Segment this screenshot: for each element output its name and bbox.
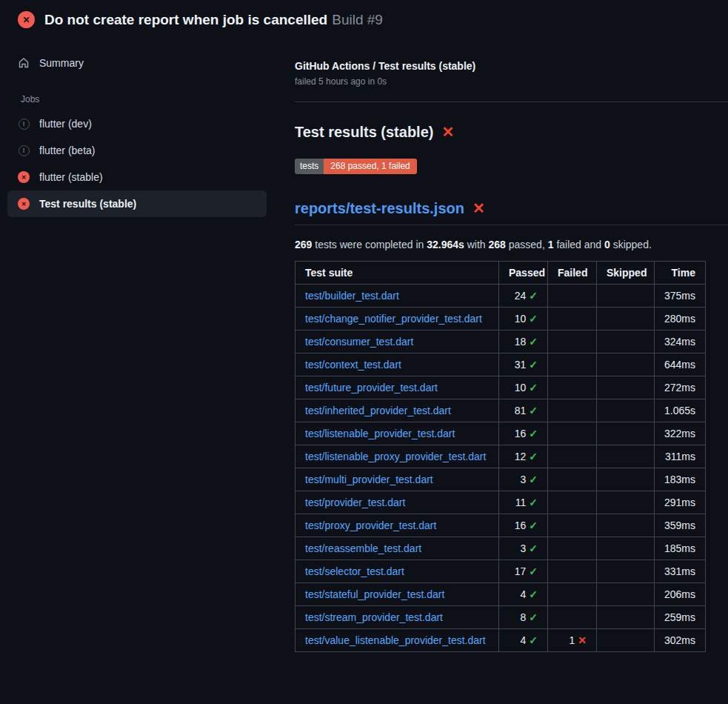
tests-summary-line: 269 tests were completed in 32.964s with…	[295, 239, 704, 250]
skipped-cell	[597, 468, 655, 491]
time-cell: 311ms	[655, 445, 706, 468]
table-row: test/change_notifier_provider_test.dart1…	[295, 308, 706, 331]
table-column-header: Time	[655, 262, 706, 285]
home-icon	[18, 57, 30, 69]
time-cell: 322ms	[655, 422, 706, 445]
time-cell: 1.065s	[655, 399, 706, 422]
time-cell: 272ms	[655, 376, 706, 399]
table-row: test/multi_provider_test.dart3✓183ms	[295, 468, 706, 491]
sidebar-item-label: Summary	[39, 57, 84, 69]
check-icon: ✓	[529, 588, 538, 600]
failed-cell	[548, 422, 597, 445]
passed-cell: 16✓	[499, 422, 548, 445]
check-icon: ✓	[529, 519, 538, 531]
sidebar-job-item[interactable]: ✕Test results (stable)	[7, 190, 267, 217]
check-icon: ✓	[529, 542, 538, 554]
test-suite-link[interactable]: test/change_notifier_provider_test.dart	[305, 313, 482, 325]
skipped-cell	[597, 514, 655, 537]
test-suite-link[interactable]: test/provider_test.dart	[305, 497, 405, 508]
time-cell: 206ms	[655, 583, 706, 606]
status-failed-icon: ✕	[18, 171, 30, 183]
table-row: test/inherited_provider_test.dart81✓1.06…	[295, 399, 706, 422]
skipped-cell	[597, 445, 655, 468]
failed-cell	[548, 353, 597, 376]
failed-x-icon: ✕	[441, 123, 454, 141]
failed-cell	[548, 560, 597, 583]
skipped-cell	[597, 376, 655, 399]
passed-cell: 4✓	[499, 629, 548, 652]
test-suite-link[interactable]: test/stream_provider_test.dart	[305, 611, 443, 623]
test-suite-link[interactable]: test/multi_provider_test.dart	[305, 474, 433, 485]
time-cell: 324ms	[655, 331, 706, 353]
build-title-text: Do not create report when job is cancell…	[44, 12, 327, 27]
time-cell: 375ms	[655, 285, 706, 308]
check-icon: ✓	[529, 313, 538, 325]
passed-cell: 12✓	[499, 445, 548, 468]
status-neutral-icon: !	[18, 118, 30, 130]
check-icon: ✓	[529, 290, 538, 302]
sidebar-job-item[interactable]: ✕flutter (stable)	[7, 164, 267, 190]
failed-x-icon: ✕	[472, 199, 485, 217]
test-suite-link[interactable]: test/listenable_provider_test.dart	[305, 428, 455, 439]
failed-cell	[548, 285, 597, 308]
table-row: test/consumer_test.dart18✓324ms	[295, 331, 706, 353]
table-row: test/listenable_provider_test.dart16✓322…	[295, 422, 706, 445]
check-icon: ✓	[529, 428, 538, 439]
passed-cell: 31✓	[499, 353, 548, 376]
page-title: Do not create report when job is cancell…	[44, 12, 383, 28]
x-icon: ✕	[578, 634, 587, 646]
failed-cell	[548, 399, 597, 422]
test-suite-link[interactable]: test/proxy_provider_test.dart	[305, 519, 436, 531]
test-suite-link[interactable]: test/reassemble_test.dart	[305, 542, 421, 554]
passed-cell: 4✓	[499, 583, 548, 606]
sidebar-job-item[interactable]: !flutter (beta)	[7, 137, 267, 164]
sidebar-job-item[interactable]: !flutter (dev)	[7, 110, 267, 137]
test-suite-link[interactable]: test/builder_test.dart	[305, 290, 399, 302]
table-row: test/proxy_provider_test.dart16✓359ms	[295, 514, 706, 537]
table-column-header: Test suite	[295, 262, 499, 285]
skipped-cell	[597, 629, 655, 652]
skipped-cell	[597, 491, 655, 514]
table-row: test/listenable_proxy_provider_test.dart…	[295, 445, 706, 468]
failed-cell	[548, 514, 597, 537]
report-heading-wrap: reports/test-results.json ✕	[295, 199, 728, 225]
passed-cell: 3✓	[499, 468, 548, 491]
check-icon: ✓	[529, 359, 538, 371]
passed-cell: 81✓	[499, 399, 548, 422]
check-icon: ✓	[529, 611, 538, 623]
time-cell: 359ms	[655, 514, 706, 537]
passed-cell: 10✓	[499, 376, 548, 399]
test-suite-link[interactable]: test/future_provider_test.dart	[305, 382, 438, 393]
time-cell: 183ms	[655, 468, 706, 491]
test-suite-link[interactable]: test/listenable_proxy_provider_test.dart	[305, 451, 486, 462]
passed-cell: 24✓	[499, 285, 548, 308]
test-suite-link[interactable]: test/value_listenable_provider_test.dart	[305, 634, 486, 646]
passed-cell: 11✓	[499, 491, 548, 514]
table-row: test/context_test.dart31✓644ms	[295, 353, 706, 376]
sidebar-job-label: flutter (beta)	[39, 145, 95, 156]
sidebar: Summary Jobs !flutter (dev)!flutter (bet…	[0, 36, 274, 217]
sidebar-item-summary[interactable]: Summary	[7, 50, 267, 76]
passed-cell: 18✓	[499, 331, 548, 353]
table-row: test/future_provider_test.dart10✓272ms	[295, 376, 706, 399]
test-suite-link[interactable]: test/context_test.dart	[305, 359, 401, 371]
test-suite-link[interactable]: test/stateful_provider_test.dart	[305, 588, 444, 600]
skipped-cell	[597, 537, 655, 560]
test-suite-link[interactable]: test/consumer_test.dart	[305, 336, 413, 348]
failed-cell	[548, 468, 597, 491]
passed-cell: 16✓	[499, 514, 548, 537]
test-suite-link[interactable]: test/inherited_provider_test.dart	[305, 405, 451, 416]
table-row: test/stateful_provider_test.dart4✓206ms	[295, 583, 706, 606]
time-cell: 291ms	[655, 491, 706, 514]
test-suite-link[interactable]: test/selector_test.dart	[305, 565, 404, 577]
failed-cell	[548, 491, 597, 514]
section-heading: Test results (stable) ✕	[295, 123, 704, 141]
build-failed-icon: ✕	[18, 11, 35, 28]
report-file-link[interactable]: reports/test-results.json	[295, 200, 464, 217]
table-row: test/builder_test.dart24✓375ms	[295, 285, 706, 308]
failed-cell	[548, 331, 597, 353]
time-cell: 185ms	[655, 537, 706, 560]
run-meta: failed 5 hours ago in 0s	[295, 76, 704, 87]
sidebar-job-label: flutter (stable)	[39, 171, 103, 183]
time-cell: 331ms	[655, 560, 706, 583]
